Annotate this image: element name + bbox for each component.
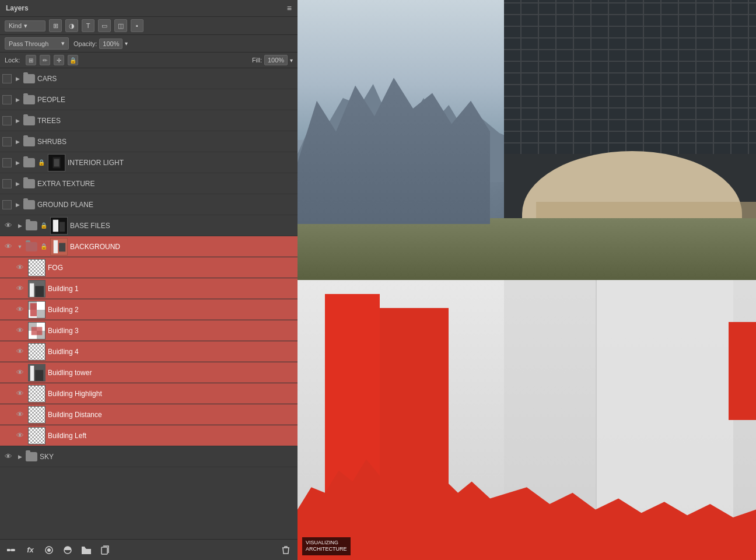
filter-type-icon[interactable]: T: [82, 19, 94, 32]
filter-pixel-icon[interactable]: ⊞: [49, 19, 62, 32]
toolbar-row1: Kind ▾ ⊞ ◑ T ▭ ◫ ▪: [0, 17, 298, 35]
new-layer-btn[interactable]: [98, 543, 112, 557]
add-mask-btn[interactable]: [42, 543, 56, 557]
visibility-trees[interactable]: [2, 116, 12, 125]
fill-arrow[interactable]: ▾: [290, 57, 293, 64]
layers-list[interactable]: ▶ CARS ▶ PEOPLE ▶ TREES ▶ SHRUBS: [0, 68, 298, 539]
expand-cars[interactable]: ▶: [14, 75, 21, 82]
svg-rect-11: [35, 286, 44, 297]
visibility-cars[interactable]: [2, 74, 12, 83]
layer-building-tower[interactable]: 👁 Buidling tower: [0, 362, 298, 383]
expand-interior-light[interactable]: ▶: [14, 159, 21, 166]
filter-toggle-icon[interactable]: ▪: [131, 19, 144, 32]
eye-fog[interactable]: 👁: [14, 262, 26, 274]
adjustment-layer-btn[interactable]: [61, 543, 75, 557]
fx-btn[interactable]: fx: [23, 543, 37, 557]
thumb-building1: [28, 280, 46, 298]
eye-building-highlight[interactable]: 👁: [14, 388, 26, 400]
layer-shrubs[interactable]: ▶ SHRUBS: [0, 131, 298, 152]
layer-fog[interactable]: 👁 FOG: [0, 257, 298, 278]
layer-building1[interactable]: 👁 Building 1: [0, 278, 298, 299]
thumb-building2: [28, 301, 46, 318]
visibility-people[interactable]: [2, 95, 12, 104]
layer-background[interactable]: 👁 ▼ 🔒 BACKGROUND: [0, 236, 298, 257]
layer-name-building-tower: Buidling tower: [48, 369, 295, 377]
layer-building-highlight[interactable]: 👁 Building Highlight: [0, 383, 298, 404]
eye-building-left[interactable]: 👁: [14, 430, 26, 442]
svg-rect-16: [30, 303, 37, 316]
eye-background[interactable]: 👁: [2, 241, 14, 253]
opacity-input[interactable]: 100%: [99, 38, 123, 49]
expand-background[interactable]: ▼: [16, 243, 23, 250]
filter-shape-icon[interactable]: ▭: [98, 19, 111, 32]
layer-sky[interactable]: 👁 ▶ SKY: [0, 446, 298, 467]
filter-adjustment-icon[interactable]: ◑: [65, 19, 78, 32]
bottom-toolbar: fx: [0, 539, 298, 560]
layer-building-distance[interactable]: 👁 Building Distance: [0, 404, 298, 425]
visibility-shrubs[interactable]: [2, 137, 12, 146]
visibility-interior-light[interactable]: [2, 158, 12, 167]
opacity-row: Opacity: 100% ▾: [74, 38, 128, 49]
blend-mode-dropdown[interactable]: Pass Through ▾: [5, 37, 69, 50]
preview-panel: VISUALIZING ARCHITECTURE: [298, 0, 756, 560]
visibility-ground-plane[interactable]: [2, 200, 12, 209]
layer-building4[interactable]: 👁 Buidling 4: [0, 341, 298, 362]
layer-people[interactable]: ▶ PEOPLE: [0, 89, 298, 110]
eye-building1[interactable]: 👁: [14, 283, 26, 295]
eye-building-distance[interactable]: 👁: [14, 409, 26, 421]
layer-interior-light[interactable]: ▶ 🔒 INTERIOR LIGHT: [0, 152, 298, 173]
expand-sky[interactable]: ▶: [16, 453, 23, 460]
folder-ground-plane: [23, 200, 35, 209]
panel-title: Layers: [6, 4, 29, 12]
thumb-background: [50, 238, 68, 256]
folder-background: [26, 242, 37, 251]
layer-name-ground-plane: GROUND PLANE: [37, 201, 295, 209]
layer-name-building2: Building 2: [48, 306, 295, 314]
layer-building2[interactable]: 👁 Building 2: [0, 299, 298, 320]
layer-cars[interactable]: ▶ CARS: [0, 68, 298, 89]
svg-rect-23: [30, 365, 34, 380]
link-layers-btn[interactable]: [5, 543, 19, 557]
eye-building-tower[interactable]: 👁: [14, 367, 26, 379]
expand-people[interactable]: ▶: [14, 96, 21, 103]
expand-shrubs[interactable]: ▶: [14, 138, 21, 145]
lock-brush-icon[interactable]: ✏: [40, 55, 50, 65]
kind-dropdown[interactable]: Kind ▾: [5, 20, 46, 32]
panel-menu-icon[interactable]: ≡: [287, 4, 292, 13]
lock-badge-background: 🔒: [40, 243, 48, 251]
layer-trees[interactable]: ▶ TREES: [0, 110, 298, 131]
expand-extra-texture[interactable]: ▶: [14, 180, 21, 187]
filter-smart-icon[interactable]: ◫: [114, 19, 127, 32]
expand-trees[interactable]: ▶: [14, 117, 21, 124]
toolbar-row2: Pass Through ▾ Opacity: 100% ▾: [0, 35, 298, 52]
lock-pixels-icon[interactable]: ⊞: [26, 55, 36, 65]
svg-rect-21: [32, 327, 43, 335]
thumb-building-left: [28, 427, 46, 444]
layer-building3[interactable]: 👁 Buidling 3: [0, 320, 298, 341]
expand-base-files[interactable]: ▶: [16, 222, 23, 229]
thumb-building-tower: [28, 364, 46, 382]
delete-layer-btn[interactable]: [279, 543, 293, 557]
layer-name-people: PEOPLE: [37, 96, 295, 104]
layer-name-fog: FOG: [48, 264, 295, 272]
thumb-building-highlight: [28, 385, 46, 402]
new-group-btn[interactable]: [79, 543, 93, 557]
eye-building2[interactable]: 👁: [14, 304, 26, 316]
opacity-arrow[interactable]: ▾: [125, 40, 128, 47]
eye-building4[interactable]: 👁: [14, 346, 26, 358]
thumb-building3: [28, 322, 46, 340]
eye-building3[interactable]: 👁: [14, 325, 26, 337]
visibility-extra-texture[interactable]: [2, 179, 12, 188]
fill-input[interactable]: 100%: [264, 55, 288, 65]
eye-base-files[interactable]: 👁: [2, 220, 14, 232]
kind-arrow: ▾: [24, 22, 27, 30]
eye-sky[interactable]: 👁: [2, 451, 14, 463]
thumb-interior-light: [48, 154, 65, 172]
lock-position-icon[interactable]: ✛: [54, 55, 64, 65]
layer-base-files[interactable]: 👁 ▶ 🔒 BASE FILES: [0, 215, 298, 236]
lock-all-icon[interactable]: 🔒: [68, 55, 78, 65]
expand-ground-plane[interactable]: ▶: [14, 201, 21, 208]
layer-extra-texture[interactable]: ▶ EXTRA TEXTURE: [0, 173, 298, 194]
layer-building-left[interactable]: 👁 Building Left: [0, 425, 298, 446]
layer-ground-plane[interactable]: ▶ GROUND PLANE: [0, 194, 298, 215]
